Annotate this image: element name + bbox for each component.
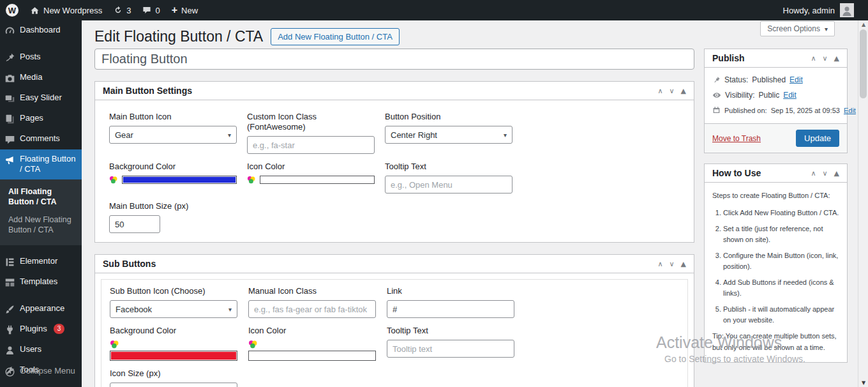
- move-up-icon[interactable]: ∧: [657, 260, 662, 268]
- selected-value: Center Right: [391, 130, 437, 140]
- color-picker-icon[interactable]: [109, 176, 117, 184]
- sidebar-item-easy-slider[interactable]: Easy Slider: [0, 88, 82, 109]
- sub-button-icon-select[interactable]: Facebook ▾: [110, 300, 237, 318]
- color-picker-icon[interactable]: [110, 340, 237, 349]
- sidebar-item-label: Easy Slider: [20, 93, 62, 103]
- sidebar-item-templates[interactable]: Templates: [0, 272, 82, 292]
- move-down-icon[interactable]: ∨: [669, 260, 674, 268]
- main-tooltip-text-input[interactable]: [385, 176, 513, 194]
- submenu-all-floating-button-cta[interactable]: All Floating Button / CTA: [0, 183, 82, 211]
- scrollbar-up-icon[interactable]: ▲: [858, 22, 868, 27]
- site-name-menu[interactable]: New Wordpress: [24, 0, 108, 20]
- sidebar-item-media[interactable]: Media: [0, 68, 82, 88]
- add-new-floating-button-cta-button[interactable]: Add New Floating Button / CTA: [271, 28, 400, 45]
- status-row: Status: Published Edit: [712, 75, 839, 84]
- edit-published-link[interactable]: Edit: [844, 107, 856, 114]
- move-down-icon[interactable]: ∨: [669, 87, 674, 95]
- screen-options-button[interactable]: Screen Options ▾: [760, 21, 835, 36]
- move-up-icon[interactable]: ∧: [811, 54, 816, 63]
- color-picker-icon[interactable]: [247, 176, 255, 184]
- selected-value: Facebook: [116, 305, 152, 314]
- sub-button-item: Sub Button Icon (Choose) Facebook ▾ Manu…: [101, 279, 688, 387]
- update-button[interactable]: Update: [796, 130, 839, 147]
- toggle-panel-icon[interactable]: ▲: [834, 54, 839, 63]
- screen-options-label: Screen Options: [767, 24, 820, 33]
- icon-size-input[interactable]: [110, 383, 237, 387]
- chevron-down-icon: ▾: [228, 306, 232, 313]
- admin-bar: W New Wordpress 3 0 + New Howdy, admin: [0, 0, 868, 20]
- sub-icon-color-swatch[interactable]: [248, 351, 376, 361]
- sidebar-item-floating-button-cta[interactable]: Floating Button / CTA: [0, 149, 82, 179]
- elementor-icon: [4, 257, 15, 268]
- move-to-trash-link[interactable]: Move to Trash: [712, 134, 761, 143]
- comments-count: 0: [155, 6, 160, 15]
- sub-tooltip-text-label: Tooltip Text: [387, 326, 514, 336]
- toggle-panel-icon[interactable]: ▲: [681, 260, 686, 268]
- templates-icon: [4, 277, 15, 288]
- main-content: Screen Options ▾ Edit Floating Button / …: [82, 20, 858, 387]
- main-background-color-swatch[interactable]: [122, 176, 237, 184]
- main-icon-color-swatch[interactable]: [260, 176, 375, 184]
- sidebar-item-pages[interactable]: Pages: [0, 109, 82, 129]
- status-value: Published: [752, 75, 786, 84]
- sidebar-item-label: Pages: [20, 113, 43, 123]
- collapse-menu-button[interactable]: Collapse Menu: [0, 361, 82, 382]
- howdy-text[interactable]: Howdy, admin: [783, 6, 835, 15]
- comments-menu[interactable]: 0: [137, 0, 165, 20]
- toggle-panel-icon[interactable]: ▲: [834, 169, 839, 178]
- page-title: Edit Floating Button / CTA: [94, 28, 263, 45]
- sidebar-item-elementor[interactable]: Elementor: [0, 252, 82, 272]
- visibility-row: Visibility: Public Edit: [712, 91, 839, 100]
- scrollbar-down-icon[interactable]: ▼: [858, 380, 868, 386]
- background-color-label: Background Color: [109, 162, 237, 172]
- sidebar-item-dashboard[interactable]: Dashboard: [0, 20, 82, 41]
- new-label: New: [181, 6, 198, 15]
- how-to-use-steps: Click Add New Floating Button / CTA. Set…: [712, 208, 839, 326]
- sidebar-item-appearance[interactable]: Appearance: [0, 299, 82, 319]
- custom-icon-class-input[interactable]: [247, 136, 375, 154]
- step-item: Click Add New Floating Button / CTA.: [723, 208, 839, 218]
- icon-color-label: Icon Color: [247, 162, 375, 172]
- wordpress-logo[interactable]: W: [0, 0, 24, 20]
- sidebar-item-label: Posts: [20, 52, 41, 62]
- main-button-size-input[interactable]: [109, 215, 160, 233]
- color-picker-icon[interactable]: [248, 340, 376, 349]
- sub-tooltip-text-input[interactable]: [387, 340, 514, 358]
- new-content-menu[interactable]: + New: [166, 0, 204, 20]
- submenu-add-new-floating-button-cta[interactable]: Add New Floating Button / CTA: [0, 211, 82, 239]
- status-pin-icon: [712, 76, 721, 84]
- vertical-scrollbar[interactable]: ▲ ▼: [858, 20, 868, 387]
- sub-link-input[interactable]: [387, 300, 514, 318]
- sidebar-item-plugins[interactable]: Plugins 3: [0, 319, 82, 340]
- published-on-row: Published on: Sep 15, 2025 at 09:53 Edit: [712, 106, 839, 114]
- move-down-icon[interactable]: ∨: [822, 54, 827, 63]
- visibility-value: Public: [758, 91, 779, 100]
- comments-icon: [4, 134, 15, 145]
- main-button-settings-box: Main Button Settings ∧ ∨ ▲ Main Button I…: [94, 81, 694, 243]
- publish-box: Publish ∧ ∨ ▲ Status: Published Edit: [704, 49, 848, 153]
- button-position-select[interactable]: Center Right ▾: [385, 126, 513, 144]
- edit-visibility-link[interactable]: Edit: [783, 91, 797, 100]
- avatar[interactable]: [840, 3, 854, 17]
- edit-status-link[interactable]: Edit: [789, 75, 803, 84]
- toggle-panel-icon[interactable]: ▲: [681, 87, 686, 95]
- menu-separator: [0, 245, 82, 252]
- scrollbar-thumb[interactable]: [860, 29, 867, 98]
- post-title-input[interactable]: [94, 49, 694, 70]
- plus-icon: +: [172, 5, 177, 15]
- status-label: Status:: [724, 75, 748, 84]
- manual-icon-class-input[interactable]: [248, 300, 376, 318]
- sidebar-item-label: Comments: [20, 133, 60, 144]
- dashboard-icon: [4, 26, 15, 36]
- sidebar-item-users[interactable]: Users: [0, 340, 82, 360]
- posts-pin-icon: [4, 52, 15, 63]
- move-down-icon[interactable]: ∨: [822, 169, 827, 178]
- sidebar-item-comments[interactable]: Comments: [0, 129, 82, 149]
- sub-background-color-swatch[interactable]: [110, 351, 237, 361]
- sidebar-item-posts[interactable]: Posts: [0, 47, 82, 68]
- sub-buttons-box: Sub Buttons ∧ ∨ ▲ Sub Button Icon (Choos…: [94, 254, 694, 387]
- move-up-icon[interactable]: ∧: [811, 169, 816, 178]
- updates-menu[interactable]: 3: [108, 0, 137, 20]
- move-up-icon[interactable]: ∧: [657, 87, 662, 95]
- main-button-icon-select[interactable]: Gear ▾: [109, 126, 237, 144]
